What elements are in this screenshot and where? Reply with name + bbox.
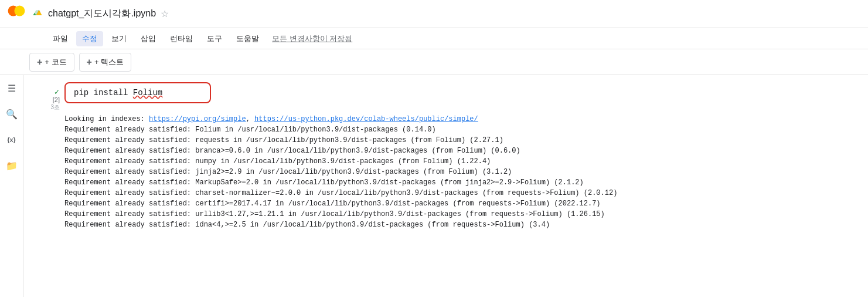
output-line-10: Requirement already satisfied: urllib3<1…: [64, 209, 862, 220]
drive-icon: [32, 6, 43, 21]
main-layout: ☰ 🔍 {x} 📁 ✓ [2] 3초 pip install Folium: [0, 75, 868, 297]
file-title: chatgpt_지도시각화.ipynb: [48, 8, 156, 20]
star-icon[interactable]: ☆: [161, 8, 169, 19]
cell-number: [2]: [53, 96, 60, 103]
code-cell: ✓ [2] 3초 pip install Folium: [29, 82, 862, 112]
code-cell-highlight[interactable]: pip install Folium: [64, 82, 211, 103]
output-line-7: Requirement already satisfied: MarkupSaf…: [64, 177, 862, 188]
output-line-2: Requirement already satisfied: Folium in…: [64, 124, 862, 135]
menu-item-view[interactable]: 보기: [105, 31, 132, 46]
output-link-pypi[interactable]: https://pypi.org/simple: [149, 115, 246, 123]
toolbar: + + 코드 + + 텍스트: [0, 49, 868, 75]
cell-body: pip install Folium: [64, 82, 862, 103]
menu-bar: 파일 수정 보기 삽입 런타임 도구 도움말 모든 변경사항이 저장됨: [0, 28, 868, 49]
cell-time: 3초: [50, 103, 60, 112]
plus-code-icon: +: [37, 57, 42, 68]
code-content: pip install Folium: [74, 88, 162, 97]
menu-item-edit[interactable]: 수정: [76, 31, 103, 46]
output-line-4: Requirement already satisfied: branca>=0…: [64, 146, 862, 156]
co-logo-icon: [6, 4, 27, 25]
cell-gutter: ✓ [2] 3초: [29, 82, 64, 112]
plus-text-icon: +: [87, 57, 92, 68]
output-area: Looking in indexes: https://pypi.org/sim…: [64, 114, 862, 230]
output-line-3: Requirement already satisfied: requests …: [64, 135, 862, 146]
output-link-colab[interactable]: https://us-python.pkg.dev/colab-wheels/p…: [254, 115, 478, 123]
sidebar-icon-menu[interactable]: ☰: [4, 80, 20, 96]
menu-item-insert[interactable]: 삽입: [135, 31, 162, 46]
add-text-label: + 텍스트: [94, 57, 124, 68]
output-line-5: Requirement already satisfied: numpy in …: [64, 156, 862, 167]
menu-item-runtime[interactable]: 런타임: [164, 31, 199, 46]
content-area: ✓ [2] 3초 pip install Folium Looking in i…: [23, 75, 868, 297]
menu-item-help[interactable]: 도움말: [230, 31, 265, 46]
code-folium: Folium: [133, 88, 162, 97]
add-text-button[interactable]: + + 텍스트: [79, 53, 132, 72]
logo-area: chatgpt_지도시각화.ipynb ☆: [6, 4, 169, 25]
add-code-button[interactable]: + + 코드: [29, 53, 74, 72]
output-line-11: Requirement already satisfied: idna<4,>=…: [64, 220, 862, 230]
output-line-9: Requirement already satisfied: certifi>=…: [64, 198, 862, 209]
output-line-6: Requirement already satisfied: jinja2>=2…: [64, 167, 862, 177]
sidebar-icon-files[interactable]: 📁: [4, 157, 20, 174]
top-bar: chatgpt_지도시각화.ipynb ☆: [0, 0, 868, 28]
menu-item-tools[interactable]: 도구: [201, 31, 228, 46]
save-status: 모든 변경사항이 저장됨: [272, 33, 352, 44]
add-code-label: + 코드: [45, 57, 66, 68]
cell-check-icon: ✓: [54, 88, 60, 96]
output-line-8: Requirement already satisfied: charset-n…: [64, 188, 862, 198]
sidebar: ☰ 🔍 {x} 📁: [0, 75, 23, 297]
sidebar-icon-variables[interactable]: {x}: [4, 131, 20, 148]
menu-item-file[interactable]: 파일: [47, 31, 74, 46]
output-line-1: Looking in indexes: https://pypi.org/sim…: [64, 114, 862, 124]
svg-point-1: [14, 5, 25, 16]
sidebar-icon-search[interactable]: 🔍: [4, 106, 20, 122]
